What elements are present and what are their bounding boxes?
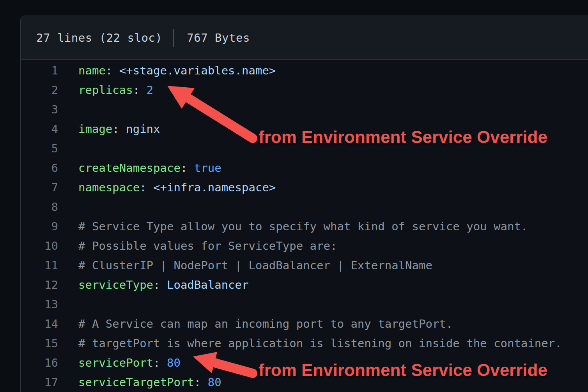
code-token: 2: [147, 83, 153, 97]
code-token: true: [194, 161, 221, 175]
code-token: name: [78, 64, 106, 77]
code-token: :: [112, 122, 126, 136]
code-line: 6createNamespace: true: [21, 158, 588, 178]
code-line: 11# ClusterIP | NodePort | LoadBalancer …: [21, 256, 588, 275]
code-token: servicePort: [78, 356, 153, 369]
line-number[interactable]: 2: [21, 83, 58, 97]
code-token: 80: [208, 376, 221, 389]
code-token: # Service Type allow you to specify what…: [78, 220, 528, 233]
code-line-content: # Service Type allow you to specify what…: [58, 220, 528, 233]
file-size-info: 767 Bytes: [187, 31, 250, 44]
line-number[interactable]: 16: [21, 356, 58, 369]
code-line-content: # ClusterIP | NodePort | LoadBalancer | …: [58, 259, 432, 272]
code-token: :: [153, 278, 167, 291]
code-line-content: serviceTargetPort: 80: [58, 376, 221, 389]
code-line-content: serviceType: LoadBalancer: [58, 278, 249, 291]
code-token: nginx: [126, 122, 160, 136]
code-line: 3: [21, 100, 588, 119]
code-token: :: [153, 356, 167, 369]
line-number[interactable]: 14: [21, 317, 58, 330]
line-number[interactable]: 6: [21, 161, 58, 175]
code-line-content: servicePort: 80: [58, 356, 181, 369]
code-line: 8: [21, 197, 588, 217]
file-header: 27 lines (22 sloc) 767 Bytes: [21, 16, 588, 60]
line-number[interactable]: 8: [21, 200, 58, 214]
code-token: :: [181, 161, 194, 175]
line-number[interactable]: 12: [21, 278, 58, 291]
header-divider: [173, 29, 174, 47]
file-lines-info: 27 lines (22 sloc): [36, 31, 162, 44]
code-token: serviceTargetPort: [78, 376, 194, 389]
code-line: 7namespace: <+infra.namespace>: [21, 178, 588, 197]
code-line-content: name: <+stage.variables.name>: [58, 64, 276, 77]
code-token: replicas: [78, 83, 133, 97]
annotation-text-2: from Environment Service Override: [259, 361, 547, 380]
code-token: :: [140, 181, 153, 194]
code-line: 9# Service Type allow you to specify wha…: [21, 217, 588, 236]
code-token: :: [194, 376, 208, 389]
line-number[interactable]: 17: [21, 376, 58, 389]
code-token: # targetPort is where application is lis…: [78, 337, 562, 350]
code-line-content: namespace: <+infra.namespace>: [58, 181, 276, 194]
code-line: 12serviceType: LoadBalancer: [21, 275, 588, 295]
line-number[interactable]: 15: [21, 337, 58, 350]
line-number[interactable]: 11: [21, 259, 58, 272]
code-token: serviceType: [78, 278, 153, 291]
code-line-content: # A Service can map an incoming port to …: [58, 317, 453, 330]
code-line: 2replicas: 2: [21, 80, 588, 100]
code-line: 10# Possible values for ServiceType are:: [21, 236, 588, 256]
code-token: LoadBalancer: [167, 278, 249, 291]
code-line-content: createNamespace: true: [58, 161, 221, 175]
file-panel: 27 lines (22 sloc) 767 Bytes 1name: <+st…: [20, 16, 588, 392]
line-number[interactable]: 13: [21, 298, 58, 311]
code-token: # Possible values for ServiceType are:: [78, 239, 337, 253]
code-token: createNamespace: [78, 161, 181, 175]
code-line-content: replicas: 2: [58, 83, 153, 97]
code-token: :: [106, 64, 119, 77]
code-token: <+stage.variables.name>: [119, 64, 276, 77]
line-number[interactable]: 5: [21, 142, 58, 155]
code-token: :: [133, 83, 147, 97]
code-token: <+infra.namespace>: [153, 181, 276, 194]
line-number[interactable]: 1: [21, 64, 58, 77]
code-line: 1name: <+stage.variables.name>: [21, 61, 588, 80]
code-token: 80: [167, 356, 181, 369]
code-line-content: # targetPort is where application is lis…: [58, 337, 562, 350]
line-number[interactable]: 4: [21, 122, 58, 136]
code-line: 15# targetPort is where application is l…: [21, 334, 588, 353]
code-line-content: # Possible values for ServiceType are:: [58, 239, 337, 253]
code-token: namespace: [78, 181, 140, 194]
annotation-text-1: from Environment Service Override: [259, 128, 547, 147]
code-line: 13: [21, 295, 588, 314]
code-token: image: [78, 122, 112, 136]
line-number[interactable]: 10: [21, 239, 58, 253]
line-number[interactable]: 9: [21, 220, 58, 233]
code-line-content: image: nginx: [58, 122, 160, 136]
code-area: 1name: <+stage.variables.name>2replicas:…: [21, 60, 588, 392]
code-token: # ClusterIP | NodePort | LoadBalancer | …: [78, 259, 432, 272]
line-number[interactable]: 7: [21, 181, 58, 194]
code-token: # A Service can map an incoming port to …: [78, 317, 453, 330]
code-line: 14# A Service can map an incoming port t…: [21, 314, 588, 334]
line-number[interactable]: 3: [21, 103, 58, 116]
